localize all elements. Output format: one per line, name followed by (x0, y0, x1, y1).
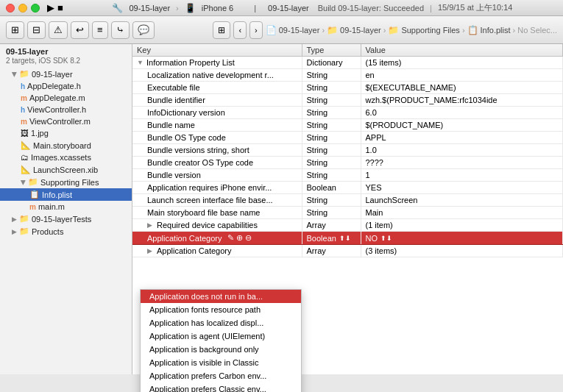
toolbar: ⊞ ⊟ ⚠ ↩ ≡ ⤷ 💬 ⊞ ‹ › 📄 09-15-layer › 📁 09… (0, 16, 563, 44)
table-row[interactable]: InfoDictionary version String 6.0 (132, 107, 563, 119)
sidebar-item-label: ViewController.m (29, 117, 91, 126)
main-layout: 09-15-layer 2 targets, iOS SDK 8.2 ▶ 📁 0… (0, 44, 563, 374)
toolbar-icon-btn-6[interactable]: ⤷ (111, 21, 130, 39)
dropdown-item-6[interactable]: Application prefers Carbon env... (141, 369, 301, 382)
m-icon: m (21, 118, 27, 126)
play-button[interactable]: ▶ (47, 2, 54, 13)
folder-icon: 📁 (19, 214, 29, 224)
table-row[interactable]: Bundle creator OS Type code String ???? (132, 157, 563, 169)
xib-icon: 📐 (21, 165, 31, 174)
h-icon: h (21, 82, 25, 90)
assets-icon: 🗂 (21, 153, 29, 162)
sidebar-item-viewcontroller-m[interactable]: m ViewController.m (0, 115, 132, 127)
stop-button[interactable]: ■ (57, 2, 63, 13)
table-row[interactable]: Bundle identifier String wzh.$(PRODUCT_N… (132, 94, 563, 107)
sidebar-item-label: Products (32, 227, 63, 236)
table-row[interactable]: Application requires iPhone envir... Boo… (132, 182, 563, 194)
project-header: 09-15-layer 2 targets, iOS SDK 8.2 (0, 44, 132, 68)
sidebar-item-jpg[interactable]: 🖼 1.jpg (0, 127, 132, 139)
sidebar-item-appdelegate-h[interactable]: h AppDelegate.h (0, 80, 132, 92)
plist-icon: 📋 (29, 190, 40, 199)
close-button[interactable] (6, 4, 15, 13)
grid-view-btn[interactable]: ⊞ (213, 21, 230, 39)
table-row[interactable]: Bundle version String 1 (132, 169, 563, 182)
folder-icon: 📁 (19, 69, 29, 79)
nav-forward-btn[interactable]: › (249, 21, 263, 39)
toolbar-icon-btn-3[interactable]: ⚠ (49, 21, 68, 39)
folder-icon: 📁 (19, 227, 29, 236)
content-area: Key Type Value ▼Information Property Lis… (132, 44, 563, 374)
table-row[interactable]: Bundle name String $(PRODUCT_NAME) (132, 119, 563, 132)
sidebar-item-label: main.m (38, 202, 65, 211)
table-row[interactable]: Launch screen interface file base... Str… (132, 194, 563, 207)
maximize-button[interactable] (31, 4, 40, 13)
value-stepper[interactable]: ⬆⬇ (380, 235, 392, 242)
table-row-selected[interactable]: Application Category ✎ ⊕ ⊖ Boolean ⬆⬇ (132, 232, 563, 245)
dropdown-item-5[interactable]: Application is visible in Classic (141, 356, 301, 369)
project-label: 09-15-layer (129, 4, 170, 13)
sidebar-item-label: AppDelegate.h (27, 82, 81, 90)
dropdown-item-4[interactable]: Application is background only (141, 343, 301, 356)
sidebar-item-label: 09-15-layer (32, 70, 73, 79)
sidebar-item-label: Main.storyboard (33, 141, 91, 150)
sidebar-item-xcassets[interactable]: 🗂 Images.xcassets (0, 152, 132, 163)
sidebar-item-label: 1.jpg (31, 129, 49, 138)
plist-table: Key Type Value ▼Information Property Lis… (132, 44, 563, 257)
type-stepper[interactable]: ⬆⬇ (339, 235, 351, 242)
h-icon: h (21, 106, 25, 114)
sidebar-item-label: Info.plist (42, 190, 72, 199)
table-row[interactable]: Bundle versions string, short String 1.0 (132, 144, 563, 157)
traffic-lights (6, 4, 40, 13)
sidebar-item-label: 09-15-layerTests (32, 215, 91, 224)
m-icon: m (29, 203, 36, 211)
table-row[interactable]: ▶Required device capabilities Array (1 i… (132, 219, 563, 232)
datetime: 15/9/15 at 上午10:14 (438, 2, 513, 13)
sidebar-item-supporting-files[interactable]: ▶ 📁 Supporting Files (0, 176, 132, 188)
toolbar-icon-btn-5[interactable]: ≡ (92, 21, 108, 39)
dropdown-item-3[interactable]: Application is agent (UIElement) (141, 329, 301, 343)
folder-icon: 📁 (28, 177, 38, 187)
table-row[interactable]: Bundle OS Type code String APPL (132, 132, 563, 144)
sidebar-item-label: AppDelegate.m (29, 93, 85, 102)
col-header-key: Key (132, 44, 302, 57)
toolbar-icon-btn-1[interactable]: ⊞ (6, 21, 24, 39)
expand-icon: ▶ (12, 228, 17, 235)
table-row[interactable]: ▶Application Category Array (3 items) (132, 245, 563, 257)
project-name: 09-15-layer (6, 47, 49, 56)
sidebar-item-launchscreen[interactable]: 📐 LaunchScreen.xib (0, 163, 132, 176)
toolbar-icon-btn-7[interactable]: 💬 (132, 21, 155, 39)
sidebar-item-info-plist[interactable]: 📋 Info.plist (0, 188, 132, 201)
toolbar-icon-btn-4[interactable]: ↩ (71, 21, 89, 39)
dropdown-item-1[interactable]: Application fonts resource path (141, 303, 301, 316)
toolbar-icon-btn-2[interactable]: ⊟ (27, 21, 46, 39)
dropdown-item-2[interactable]: Application has localized displ... (141, 316, 301, 329)
sidebar-item-storyboard[interactable]: 📐 Main.storyboard (0, 139, 132, 152)
col-header-type: Type (302, 44, 361, 57)
sidebar-item-viewcontroller-h[interactable]: h ViewController.h (0, 104, 132, 115)
sidebar-item-group-layer[interactable]: ▶ 📁 09-15-layer (0, 68, 132, 80)
build-label: 09-15-layer (268, 4, 309, 13)
device-label: iPhone 6 (202, 4, 233, 13)
sidebar-item-products[interactable]: ▶ 📁 Products (0, 225, 132, 238)
table-row[interactable]: Main storyboard file base name String Ma… (132, 207, 563, 219)
dropdown-item-0[interactable]: Application does not run in ba... (141, 290, 301, 303)
sidebar-item-main-m[interactable]: m main.m (0, 201, 132, 213)
table-row[interactable]: ▼Information Property List Dictionary (1… (132, 57, 563, 69)
nav-back-btn[interactable]: ‹ (233, 21, 247, 39)
table-row[interactable]: Executable file String $(EXECUTABLE_NAME… (132, 82, 563, 94)
dropdown-menu[interactable]: Application does not run in ba... Applic… (140, 289, 302, 392)
expand-icon: ▶ (12, 215, 17, 223)
sidebar: 09-15-layer 2 targets, iOS SDK 8.2 ▶ 📁 0… (0, 44, 132, 374)
title-bar-center: 🔧 09-15-layer › 📱 iPhone 6 | 09-15-layer… (68, 2, 557, 13)
sidebar-item-tests[interactable]: ▶ 📁 09-15-layerTests (0, 213, 132, 225)
breadcrumb: 📄 09-15-layer › 📁 09-15-layer › 📁 Suppor… (266, 21, 557, 39)
expand-icon: ▶ (20, 179, 27, 185)
sidebar-item-label: Supporting Files (40, 178, 99, 187)
sidebar-item-appdelegate-m[interactable]: m AppDelegate.m (0, 92, 132, 104)
m-icon: m (21, 94, 27, 102)
dropdown-item-7[interactable]: Application prefers Classic env... (141, 382, 301, 392)
sidebar-item-label: LaunchScreen.xib (33, 165, 98, 174)
minimize-button[interactable] (18, 4, 27, 13)
table-row[interactable]: Localization native development r... Str… (132, 69, 563, 82)
sidebar-item-label: ViewController.h (27, 105, 86, 114)
